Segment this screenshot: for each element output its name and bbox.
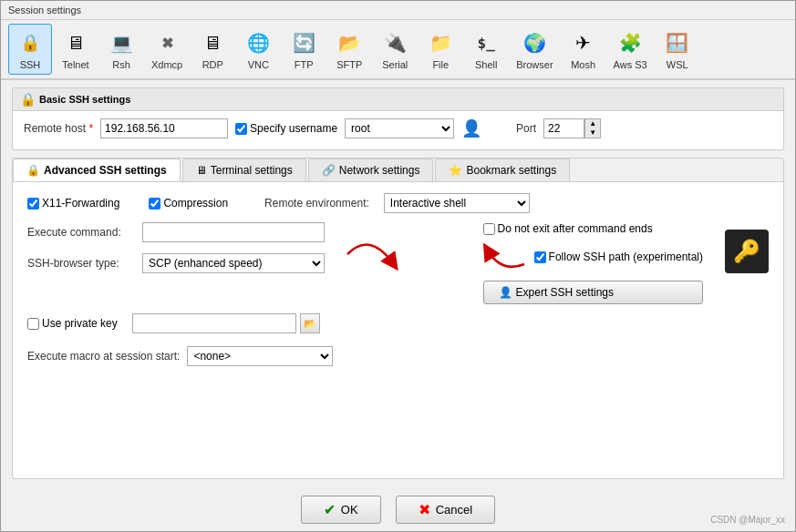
port-wrap: ▲ ▼: [543, 118, 601, 138]
remote-env-select[interactable]: Interactive shell Bash Zsh: [384, 193, 530, 213]
terminal-tab-icon: 🖥: [196, 164, 207, 177]
private-key-input[interactable]: [132, 313, 296, 333]
user-icon[interactable]: 👤: [461, 118, 481, 138]
basic-ssh-title: Basic SSH settings: [39, 94, 130, 105]
tab-network[interactable]: 🔗 Network settings: [308, 159, 434, 181]
tab-advanced-ssh[interactable]: 🔒 Advanced SSH settings: [13, 159, 181, 181]
toolbar-item-xdmcp[interactable]: ✖ Xdmcp: [145, 24, 189, 75]
red-arrow-1: [343, 250, 398, 277]
advanced-ssh-panel: 🔒 Advanced SSH settings 🖥 Terminal setti…: [12, 158, 784, 479]
x11-forwarding-label[interactable]: X11-Forwarding: [27, 197, 119, 210]
follow-ssh-text: Follow SSH path (experimental): [549, 251, 703, 263]
port-spin-down[interactable]: ▼: [585, 128, 600, 138]
expert-ssh-btn[interactable]: 👤 Expert SSH settings: [483, 281, 703, 304]
toolbar-item-ssh[interactable]: 🔒 SSH: [8, 24, 52, 75]
advanced-content: X11-Forwarding Compression Remote enviro…: [13, 182, 783, 377]
basic-ssh-panel: 🔒 Basic SSH settings Remote host * Speci…: [12, 87, 784, 150]
key-icon-box: 🔑: [725, 230, 769, 273]
toolbar-item-vnc[interactable]: 🌐 VNC: [236, 24, 280, 75]
remote-host-input[interactable]: [100, 118, 228, 138]
private-key-file-btn[interactable]: 📂: [300, 313, 320, 333]
browser-icon: 🌍: [520, 28, 549, 57]
port-spinner[interactable]: ▲ ▼: [584, 118, 601, 138]
specify-username-checkbox[interactable]: [235, 123, 247, 135]
cancel-label: Cancel: [436, 503, 472, 517]
compression-label[interactable]: Compression: [149, 197, 228, 210]
toolbar-item-telnet[interactable]: 🖥 Telnet: [54, 24, 98, 75]
toolbar-item-serial[interactable]: 🔌 Serial: [373, 24, 417, 75]
toolbar-label-rsh: Rsh: [112, 59, 130, 70]
toolbar-item-rdp[interactable]: 🖥 RDP: [191, 24, 234, 75]
toolbar-label-file: File: [432, 59, 449, 70]
compression-checkbox[interactable]: [149, 198, 160, 210]
toolbar-label-browser: Browser: [516, 59, 553, 70]
adv-row-2: Execute command: SSH-browser type: SCP (…: [27, 222, 769, 304]
ok-label: OK: [341, 503, 358, 517]
toolbar-label-awss3: Aws S3: [614, 59, 647, 70]
toolbar-item-awss3[interactable]: 🧩 Aws S3: [607, 24, 654, 75]
do-not-exit-text: Do not exit after command ends: [498, 222, 653, 235]
do-not-exit-checkbox[interactable]: [483, 223, 495, 235]
execute-cmd-label: Execute command:: [27, 226, 128, 239]
private-key-row: Use private key 📂: [27, 313, 769, 333]
username-select[interactable]: root: [345, 118, 454, 138]
toolbar-label-sftp: SFTP: [336, 59, 362, 70]
port-label: Port: [516, 122, 536, 135]
ok-button[interactable]: ✔ OK: [301, 496, 381, 524]
private-key-wrap: 📂: [132, 313, 320, 333]
use-private-key-label[interactable]: Use private key: [27, 317, 118, 330]
x11-forwarding-checkbox[interactable]: [27, 198, 39, 210]
toolbar-item-shell[interactable]: $_ Shell: [464, 24, 508, 75]
toolbar-label-mosh: Mosh: [571, 59, 595, 70]
port-spin-up[interactable]: ▲: [585, 119, 600, 128]
toolbar-item-file[interactable]: 📁 File: [419, 24, 462, 75]
expert-ssh-label: Expert SSH settings: [516, 286, 614, 299]
key-icon-container: 🔑: [725, 222, 769, 304]
vnc-icon: 🌐: [243, 28, 273, 57]
toolbar-label-xdmcp: Xdmcp: [151, 59, 182, 70]
bookmark-tab-icon: ⭐: [449, 164, 462, 177]
terminal-tab-label: Terminal settings: [211, 164, 293, 177]
basic-ssh-header: 🔒 Basic SSH settings: [13, 88, 783, 111]
tabs-bar: 🔒 Advanced SSH settings 🖥 Terminal setti…: [13, 159, 783, 182]
toolbar-item-browser[interactable]: 🌍 Browser: [510, 24, 559, 75]
window-title: Session settings: [8, 5, 81, 15]
toolbar-item-rsh[interactable]: 💻 Rsh: [99, 24, 143, 75]
x11-forwarding-text: X11-Forwarding: [42, 197, 119, 210]
toolbar-label-telnet: Telnet: [62, 59, 88, 70]
toolbar-label-ssh: SSH: [20, 59, 41, 70]
cancel-button[interactable]: ✖ Cancel: [396, 496, 495, 524]
left-col: Execute command: SSH-browser type: SCP (…: [27, 222, 443, 304]
macro-select[interactable]: <none>: [187, 346, 333, 366]
expert-ssh-icon: 👤: [499, 286, 512, 299]
browser-type-row: SSH-browser type: SCP (enhanced speed) S…: [27, 250, 443, 277]
follow-ssh-checkbox[interactable]: [534, 251, 546, 263]
toolbar-label-ftp: FTP: [295, 59, 314, 70]
tab-terminal[interactable]: 🖥 Terminal settings: [182, 159, 306, 181]
cancel-icon: ✖: [419, 501, 430, 518]
telnet-icon: 🖥: [61, 28, 90, 57]
shell-icon: $_: [471, 28, 501, 57]
toolbar-item-mosh[interactable]: ✈ Mosh: [562, 24, 605, 75]
network-tab-icon: 🔗: [322, 164, 336, 177]
toolbar-item-sftp[interactable]: 📂 SFTP: [327, 24, 371, 75]
follow-ssh-label[interactable]: Follow SSH path (experimental): [534, 251, 703, 263]
ok-icon: ✔: [324, 501, 336, 518]
specify-username-checkbox-label[interactable]: Specify username: [235, 122, 337, 135]
footer-buttons: ✔ OK ✖ Cancel: [1, 486, 795, 531]
content-area: 🔒 Basic SSH settings Remote host * Speci…: [1, 80, 795, 486]
use-private-key-text: Use private key: [42, 317, 118, 330]
use-private-key-checkbox[interactable]: [27, 318, 39, 330]
advanced-ssh-tab-label: Advanced SSH settings: [44, 164, 167, 177]
execute-cmd-input[interactable]: [142, 222, 325, 242]
compression-text: Compression: [163, 197, 228, 210]
browser-type-select[interactable]: SCP (enhanced speed) SFTP SCP: [142, 253, 325, 273]
adv-row-1: X11-Forwarding Compression Remote enviro…: [27, 193, 769, 213]
basic-form-row: Remote host * Specify username root 👤 Po…: [24, 118, 772, 138]
awss3-icon: 🧩: [615, 28, 645, 57]
tab-bookmark[interactable]: ⭐ Bookmark settings: [435, 159, 570, 181]
toolbar-item-wsl[interactable]: 🪟 WSL: [656, 24, 699, 75]
port-input[interactable]: [543, 118, 584, 138]
do-not-exit-label[interactable]: Do not exit after command ends: [483, 222, 703, 235]
toolbar-item-ftp[interactable]: 🔄 FTP: [282, 24, 326, 75]
